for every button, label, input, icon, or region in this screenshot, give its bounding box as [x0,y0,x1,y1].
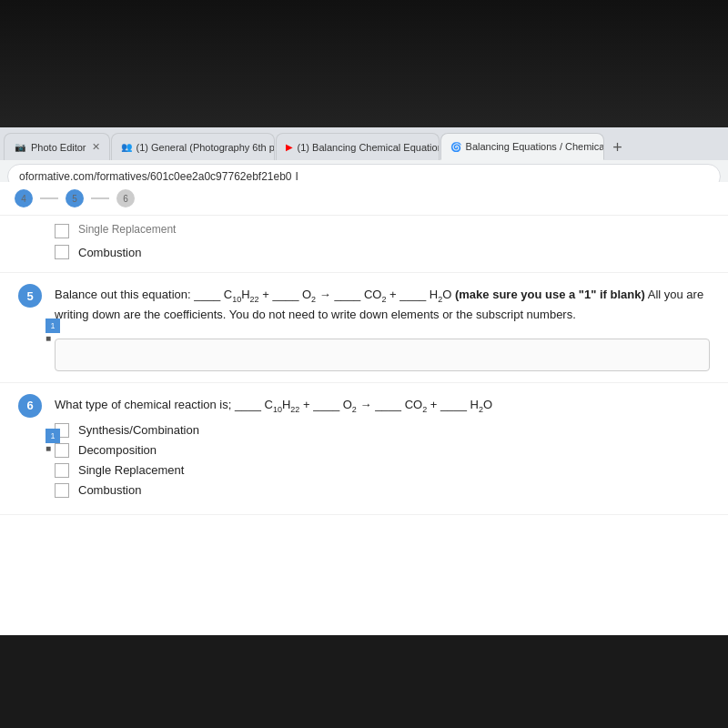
q6-option-single-replacement: Single Replacement [55,463,710,478]
q5-points: 1 ■ [46,318,60,343]
question-6-number: 6 [18,394,42,418]
q5-plus2: + [389,288,399,301]
q5-blank1: ____ [194,288,224,301]
tab-icon-general: 👥 [121,141,132,154]
tab-balancing[interactable]: ▶ (1) Balancing Chemical Equations ✕ [276,133,440,160]
q6-blank3: ____ [375,398,401,411]
single-replacement-label: Single Replacement [78,223,176,236]
step-navigation: 4 5 6 [0,182,728,216]
q6-synthesis-label: Synthesis/Combination [78,423,199,437]
tab-photo-editor[interactable]: 📷 Photo Editor ✕ [4,133,110,160]
q6-decomposition-label: Decomposition [78,443,157,457]
q5-blank4: ____ [399,288,430,301]
checkbox-combustion-q4[interactable] [55,245,69,259]
step-line-2 [91,197,109,199]
step-4-dot[interactable]: 4 [15,189,33,207]
q6-text: What type of chemical reaction is; ____ … [55,396,710,416]
option-combustion-q4: Combustion [55,245,710,259]
option-single-replacement: Single Replacement [55,223,710,239]
new-tab-button[interactable]: + [605,135,631,160]
step-6-dot[interactable]: 6 [116,189,135,207]
q6-option-decomposition: Decomposition [55,443,710,458]
tab-icon-formative: 🌀 [450,140,461,153]
q6-checkbox-combustion[interactable] [55,483,69,498]
q5-text: Balance out this equation: ____ C10H22 +… [55,286,710,324]
q6-c10h22: C10H22 [265,398,300,411]
q6-checkbox-single-replacement[interactable] [55,463,69,478]
q5-blank2: ____ [272,288,298,301]
q6-points-box: 1 [46,429,60,443]
q6-option-combustion: Combustion [55,483,710,498]
q5-co2: CO2 [364,288,387,301]
tab-bar: 📷 Photo Editor ✕ 👥 (1) General (Photogra… [0,127,728,160]
q5-blank3: ____ [334,288,360,301]
q5-arrow: → [319,288,335,301]
q5-plus1: + [262,288,272,301]
question-5-section: 5 1 ■ Balance out this equation: ____ C1… [0,273,728,383]
q6-blank4: ____ [440,398,467,411]
q6-single-replacement-label: Single Replacement [78,463,184,477]
q6-arrow: → [360,398,376,411]
question-5-number: 5 [18,284,42,308]
tab-icon-photo: 📷 [14,141,26,154]
cursor-indicator: I [296,170,298,183]
q6-option-synthesis: Synthesis/Combination [55,423,710,438]
question-6-section: 6 1 ■ What type of chemical reaction is;… [0,383,728,515]
q6-combustion-label: Combustion [78,483,141,497]
q6-plus1: + [303,398,313,411]
combustion-q4-label: Combustion [78,246,141,259]
q5-h2o: H2O [430,288,455,301]
q6-points-indicator: ■ [46,443,60,453]
q6-co2: CO2 [405,398,428,411]
q5-instruction-bold: (make sure you use a "1" if blank) [455,288,645,301]
q6-intro: What type of chemical reaction is; [55,398,231,411]
q6-h2o: H2O [470,398,493,411]
step-5-dot[interactable]: 5 [66,189,84,207]
checkbox-single-replacement[interactable] [55,224,69,238]
q6-blank2: ____ [313,398,339,411]
q5-intro: Balance out this equation: [55,288,191,301]
q5-points-indicator: ■ [46,333,60,343]
q6-options: Synthesis/Combination Decomposition Sing… [55,423,710,498]
q6-blank1: ____ [235,398,265,411]
question-4-options: Single Replacement Combustion [0,216,728,273]
tab-close-photo[interactable]: ✕ [92,141,100,153]
q5-o2: O2 [302,288,316,301]
browser-window: 📷 Photo Editor ✕ 👥 (1) General (Photogra… [0,127,728,182]
q5-c10h22: C10H22 [224,288,259,301]
tab-general[interactable]: 👥 (1) General (Photography 6th pr... ✕ [111,133,275,160]
q5-points-box: 1 [46,318,60,333]
desktop-area: 📷 Photo Editor ✕ 👥 (1) General (Photogra… [0,0,728,182]
q5-answer-input[interactable] [55,339,710,371]
q6-points: 1 ■ [46,429,60,453]
step-line-1 [40,197,58,199]
tab-formative[interactable]: 🌀 Balancing Equations / Chemical R... ✕ [440,133,604,160]
tab-icon-balancing: ▶ [286,141,293,154]
q6-plus2: + [430,398,440,411]
page-content: 4 5 6 Single Replacement Combustion 5 1 … [0,182,728,635]
q6-o2: O2 [343,398,357,411]
address-text: oformative.com/formatives/601c0ee2a0c977… [19,170,292,183]
